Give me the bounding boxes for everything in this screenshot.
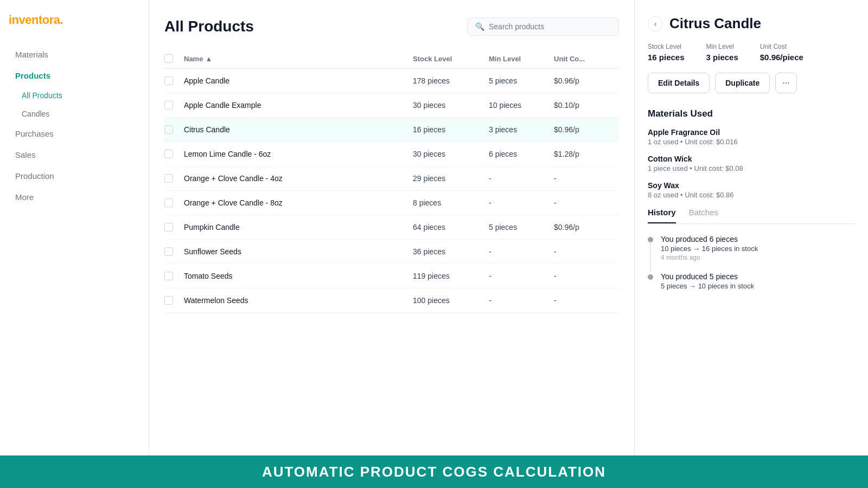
history-item: You produced 5 pieces 5 pieces → 10 piec… [648,272,855,290]
detail-header: ‹ Citrus Candle [648,15,855,32]
table-row[interactable]: Apple Candle 178 pieces 5 pieces $0.96/p [164,69,619,93]
row-name: Lemon Lime Candle - 6oz [184,150,413,158]
unit-cost-label: Unit Cost [760,43,803,50]
materials-section-title: Materials Used [648,108,855,119]
history-time: 4 months ago [661,254,758,261]
logo-text: inventora [9,13,60,27]
sidebar-item-purchases[interactable]: Purchases [9,124,140,144]
sidebar-item-production[interactable]: Production [9,166,140,186]
logo-dot: . [60,13,63,27]
back-button[interactable]: ‹ [648,16,663,31]
row-stock: 30 pieces [413,101,489,110]
row-min: - [489,198,554,207]
row-checkbox[interactable] [164,125,173,134]
material-name: Soy Wax [648,181,855,190]
table-header: Name ▲ Stock Level Min Level Unit Co... [164,49,619,69]
table-row[interactable]: Lemon Lime Candle - 6oz 30 pieces 6 piec… [164,142,619,166]
history-content: You produced 5 pieces 5 pieces → 10 piec… [661,272,754,290]
table-body: Apple Candle 178 pieces 5 pieces $0.96/p… [164,69,619,313]
row-checkbox[interactable] [164,198,173,207]
row-stock: 8 pieces [413,198,489,207]
sidebar-item-all-products[interactable]: All Products [9,87,140,104]
sidebar: inventora. Materials Products All Produc… [0,0,149,455]
tabs: History Batches [648,208,855,224]
row-checkbox[interactable] [164,76,173,85]
duplicate-button[interactable]: Duplicate [715,73,770,93]
row-name: Pumpkin Candle [184,223,413,232]
banner: AUTOMATIC PRODUCT COGS CALCULATION [0,455,868,488]
row-min: 3 pieces [489,125,554,134]
tab-history[interactable]: History [648,208,676,223]
table-row[interactable]: Sunflower Seeds 36 pieces - - [164,240,619,264]
detail-stats: Stock Level 16 pieces Min Level 3 pieces… [648,43,855,62]
row-name: Orange + Clove Candle - 4oz [184,174,413,183]
sidebar-item-sales[interactable]: Sales [9,145,140,165]
history-dot [648,274,653,280]
history-sub: 10 pieces → 16 pieces in stock [661,245,758,253]
col-unit: Unit Co... [554,55,619,63]
row-stock: 30 pieces [413,150,489,158]
row-name: Citrus Candle [184,125,413,134]
sidebar-item-candles[interactable]: Candles [9,105,140,123]
row-unit: - [554,272,619,280]
detail-title: Citrus Candle [669,15,761,32]
table-row[interactable]: Watermelon Seeds 100 pieces - - [164,288,619,313]
stock-level-label: Stock Level [648,43,685,50]
sidebar-item-materials[interactable]: Materials [9,44,140,65]
row-stock: 29 pieces [413,174,489,183]
material-detail: 8 oz used • Unit cost: $0.86 [648,191,855,199]
row-unit: $0.10/p [554,101,619,110]
table-row[interactable]: Apple Candle Example 30 pieces 10 pieces… [164,93,619,118]
search-bar[interactable]: 🔍 [467,17,619,36]
col-min: Min Level [489,55,554,63]
table-row[interactable]: Citrus Candle 16 pieces 3 pieces $0.96/p [164,118,619,142]
row-stock: 100 pieces [413,296,489,305]
row-name: Sunflower Seeds [184,247,413,256]
row-min: - [489,272,554,280]
stat-unit-cost: Unit Cost $0.96/piece [760,43,803,62]
row-checkbox[interactable] [164,150,173,158]
row-unit: - [554,247,619,256]
row-checkbox[interactable] [164,272,173,280]
row-min: - [489,247,554,256]
row-unit: $1.28/p [554,150,619,158]
stat-stock-level: Stock Level 16 pieces [648,43,685,62]
table-row[interactable]: Orange + Clove Candle - 4oz 29 pieces - … [164,166,619,191]
sidebar-item-products[interactable]: Products [9,66,140,86]
row-stock: 119 pieces [413,272,489,280]
row-unit: $0.96/p [554,125,619,134]
row-min: - [489,296,554,305]
table-row[interactable]: Orange + Clove Candle - 8oz 8 pieces - - [164,191,619,215]
history-sub: 5 pieces → 10 pieces in stock [661,282,754,290]
row-checkbox[interactable] [164,223,173,232]
history-dot [648,237,653,242]
more-options-button[interactable]: ··· [775,73,796,93]
table-row[interactable]: Tomato Seeds 119 pieces - - [164,264,619,288]
products-area: All Products 🔍 Name ▲ Stock Level Min Le… [149,0,635,455]
material-detail: 1 oz used • Unit cost: $0.016 [648,138,855,146]
search-icon: 🔍 [475,22,484,31]
row-min: 10 pieces [489,101,554,110]
materials-list: Apple Fragrance Oil 1 oz used • Unit cos… [648,128,855,199]
history-content: You produced 6 pieces 10 pieces → 16 pie… [661,235,758,261]
material-item: Cotton Wick 1 piece used • Unit cost: $0… [648,155,855,172]
history-title: You produced 6 pieces [661,235,758,243]
row-checkbox[interactable] [164,101,173,110]
page-title: All Products [164,18,254,35]
row-checkbox[interactable] [164,174,173,183]
material-detail: 1 piece used • Unit cost: $0.08 [648,164,855,172]
sidebar-item-more[interactable]: More [9,187,140,207]
edit-details-button[interactable]: Edit Details [648,73,710,93]
row-stock: 16 pieces [413,125,489,134]
row-checkbox[interactable] [164,247,173,256]
row-stock: 36 pieces [413,247,489,256]
row-unit: $0.96/p [554,223,619,232]
select-all-checkbox[interactable] [164,54,173,63]
row-checkbox[interactable] [164,296,173,305]
table-row[interactable]: Pumpkin Candle 64 pieces 5 pieces $0.96/… [164,215,619,240]
search-input[interactable] [489,22,611,31]
col-name: Name ▲ [184,55,413,63]
row-unit: - [554,296,619,305]
tab-batches[interactable]: Batches [689,208,718,223]
stat-min-level: Min Level 3 pieces [706,43,738,62]
